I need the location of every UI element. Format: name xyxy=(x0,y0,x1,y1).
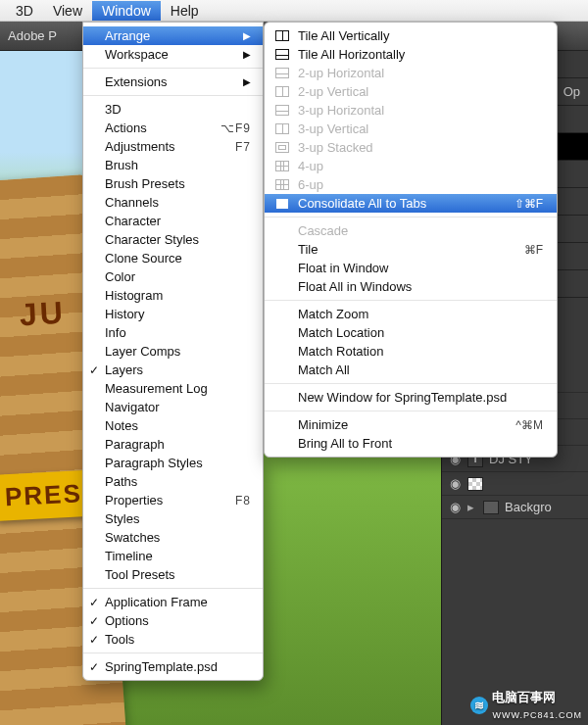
menu-item-bring-all-front[interactable]: Bring All to Front xyxy=(265,434,557,453)
menu-item-brush[interactable]: Brush xyxy=(83,156,263,174)
menu-item-application-frame[interactable]: ✓Application Frame xyxy=(83,593,263,611)
submenu-arrow-icon: ▶ xyxy=(243,76,251,87)
watermark-badge-icon: ≋ xyxy=(470,697,488,714)
menu-3d[interactable]: 3D xyxy=(6,1,43,21)
menu-item-tools[interactable]: ✓Tools xyxy=(83,630,263,649)
menu-item-tile-all-horizontally[interactable]: Tile All Horizontally xyxy=(265,45,557,64)
menu-item-brush-presets[interactable]: Brush Presets xyxy=(83,174,263,193)
menu-item-workspace[interactable]: Workspace▶ xyxy=(83,45,263,64)
eye-icon[interactable]: ◉ xyxy=(448,500,462,514)
disclosure-icon[interactable]: ▸ xyxy=(467,500,477,514)
app-title: Adobe P xyxy=(8,28,57,43)
consolidate-icon xyxy=(276,199,288,209)
menu-item-history[interactable]: History xyxy=(83,305,263,323)
menu-item-paragraph-styles[interactable]: Paragraph Styles xyxy=(83,454,263,472)
menu-item-timeline[interactable]: Timeline xyxy=(83,547,263,565)
menu-item-minimize[interactable]: Minimize^⌘M xyxy=(265,415,557,434)
menu-item-match-all[interactable]: Match All xyxy=(265,361,557,379)
menu-item-options[interactable]: ✓Options xyxy=(83,611,263,630)
menu-item-match-location[interactable]: Match Location xyxy=(265,323,557,342)
menu-item-2up-vertical: 2-up Vertical xyxy=(265,82,557,101)
tile-3s-icon xyxy=(275,142,289,153)
menu-view[interactable]: View xyxy=(43,1,92,21)
layer-name xyxy=(489,476,582,491)
menu-item-3up-stacked: 3-up Stacked xyxy=(265,138,557,157)
menu-item-tile[interactable]: Tile⌘F xyxy=(265,240,557,259)
menu-item-tile-all-vertically[interactable]: Tile All Vertically xyxy=(265,26,557,45)
menu-item-float-all[interactable]: Float All in Windows xyxy=(265,277,557,296)
menu-item-new-window[interactable]: New Window for SpringTemplate.psd xyxy=(265,388,557,407)
tile-3h-icon xyxy=(275,105,289,116)
menu-window[interactable]: Window xyxy=(92,1,161,21)
layer-name: Backgro xyxy=(505,500,582,514)
tile-horizontal-icon xyxy=(275,49,289,60)
canvas-text-ju: JU xyxy=(19,295,67,333)
tile-3v-icon xyxy=(275,123,289,134)
menu-item-channels[interactable]: Channels xyxy=(83,193,263,212)
watermark-url: WWW.PC841.COM xyxy=(492,710,582,720)
opacity-label: Op xyxy=(564,84,580,99)
menu-item-cascade: Cascade xyxy=(265,221,557,240)
window-menu-dropdown: Arrange▶ Workspace▶ Extensions▶ 3D Actio… xyxy=(82,22,264,681)
tile-6-icon xyxy=(275,179,289,190)
menu-item-float-window[interactable]: Float in Window xyxy=(265,259,557,277)
menu-help[interactable]: Help xyxy=(161,1,209,21)
menu-item-match-rotation[interactable]: Match Rotation xyxy=(265,342,557,361)
menu-item-character-styles[interactable]: Character Styles xyxy=(83,230,263,249)
menu-item-styles[interactable]: Styles xyxy=(83,509,263,528)
check-icon: ✓ xyxy=(89,363,99,377)
menu-item-measurement-log[interactable]: Measurement Log xyxy=(83,379,263,398)
menu-item-extensions[interactable]: Extensions▶ xyxy=(83,72,263,91)
folder-icon xyxy=(483,501,499,514)
tile-2h-icon xyxy=(275,68,289,78)
menu-item-color[interactable]: Color xyxy=(83,267,263,286)
menu-item-clone-source[interactable]: Clone Source xyxy=(83,249,263,267)
layer-row[interactable]: ◉ xyxy=(442,472,588,496)
menu-item-paragraph[interactable]: Paragraph xyxy=(83,435,263,454)
menu-item-6up: 6-up xyxy=(265,175,557,194)
menu-item-swatches[interactable]: Swatches xyxy=(83,528,263,547)
menu-item-layers[interactable]: ✓Layers xyxy=(83,361,263,379)
mac-menubar: 3D View Window Help xyxy=(0,0,588,22)
menu-item-3d[interactable]: 3D xyxy=(83,100,263,119)
menu-item-arrange[interactable]: Arrange▶ xyxy=(83,26,263,45)
menu-item-paths[interactable]: Paths xyxy=(83,472,263,491)
pixel-layer-icon xyxy=(467,477,483,491)
eye-icon[interactable]: ◉ xyxy=(448,476,462,491)
submenu-arrow-icon: ▶ xyxy=(243,49,251,60)
check-icon: ✓ xyxy=(89,660,99,674)
tile-2v-icon xyxy=(275,86,289,97)
menu-item-layer-comps[interactable]: Layer Comps xyxy=(83,342,263,361)
watermark: ≋ 电脑百事网 WWW.PC841.COM xyxy=(470,689,582,721)
menu-item-document[interactable]: ✓SpringTemplate.psd xyxy=(83,657,263,676)
menu-item-info[interactable]: Info xyxy=(83,323,263,342)
menu-item-consolidate-tabs[interactable]: Consolidate All to Tabs⇧⌘F xyxy=(265,194,557,213)
menu-item-properties[interactable]: PropertiesF8 xyxy=(83,491,263,509)
menu-item-2up-horizontal: 2-up Horizontal xyxy=(265,64,557,82)
tile-vertical-icon xyxy=(275,30,289,41)
menu-item-3up-horizontal: 3-up Horizontal xyxy=(265,101,557,120)
menu-item-4up: 4-up xyxy=(265,157,557,175)
submenu-arrow-icon: ▶ xyxy=(243,30,251,41)
menu-item-adjustments[interactable]: AdjustmentsF7 xyxy=(83,137,263,156)
check-icon: ✓ xyxy=(89,596,99,609)
menu-item-character[interactable]: Character xyxy=(83,212,263,230)
menu-item-tool-presets[interactable]: Tool Presets xyxy=(83,565,263,584)
layer-row[interactable]: ◉ ▸ Backgro xyxy=(442,496,588,519)
menu-item-actions[interactable]: Actions⌥F9 xyxy=(83,119,263,137)
tile-4-icon xyxy=(275,161,289,171)
menu-item-3up-vertical: 3-up Vertical xyxy=(265,120,557,138)
arrange-submenu: Tile All Vertically Tile All Horizontall… xyxy=(264,22,558,458)
menu-item-match-zoom[interactable]: Match Zoom xyxy=(265,305,557,323)
menu-item-notes[interactable]: Notes xyxy=(83,416,263,435)
menu-item-navigator[interactable]: Navigator xyxy=(83,398,263,416)
check-icon: ✓ xyxy=(89,633,99,647)
watermark-name: 电脑百事网 xyxy=(492,690,556,704)
menu-item-histogram[interactable]: Histogram xyxy=(83,286,263,305)
check-icon: ✓ xyxy=(89,614,99,628)
